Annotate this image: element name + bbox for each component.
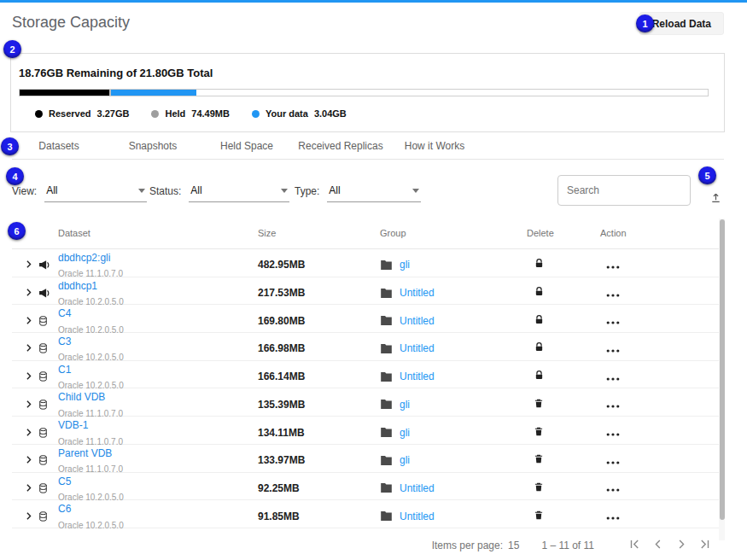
trash-icon	[534, 510, 544, 521]
dataset-name-link[interactable]: C4	[58, 307, 71, 319]
next-page-button[interactable]	[674, 537, 689, 554]
chevron-right-icon	[23, 427, 34, 438]
column-header-group: Group	[380, 228, 527, 238]
expand-row-button[interactable]	[19, 510, 38, 522]
chevron-down-icon	[412, 189, 419, 193]
lock-icon	[534, 341, 545, 353]
chevron-right-icon	[23, 342, 34, 353]
type-filter-label: Type:	[295, 184, 319, 197]
dataset-name-link[interactable]: dbdhcp1	[58, 280, 97, 292]
table-header-row: Dataset Size Group Delete Action	[12, 218, 719, 249]
annotation-badge-6: 6	[8, 222, 26, 240]
group-link[interactable]: gli	[400, 427, 410, 439]
table-row: Parent VDB Oracle 11.1.0.7.0 133.97MB gl…	[12, 445, 719, 473]
dataset-size: 133.97MB	[258, 454, 380, 466]
expand-row-button[interactable]	[19, 399, 38, 411]
locked-delete-button[interactable]	[532, 368, 546, 385]
delete-button[interactable]	[532, 452, 546, 469]
locked-delete-button[interactable]	[532, 284, 546, 301]
export-button[interactable]	[708, 190, 724, 208]
tab-item[interactable]: Held Space	[200, 135, 294, 159]
table-scrollbar	[719, 219, 725, 540]
search-box	[557, 175, 691, 206]
group-link[interactable]: gli	[400, 399, 410, 411]
table-row: VDB-1 Oracle 11.1.0.7.0 134.11MB gli	[12, 417, 719, 445]
dataset-name-link[interactable]: C1	[58, 364, 71, 376]
dataset-size: 92.25MB	[258, 482, 380, 494]
dataset-name-link[interactable]: C5	[58, 475, 71, 487]
dataset-name-link[interactable]: Parent VDB	[58, 447, 112, 459]
search-input[interactable]	[567, 176, 681, 205]
locked-delete-button[interactable]	[532, 312, 546, 330]
scrollbar-thumb[interactable]	[720, 219, 725, 520]
delete-button[interactable]	[532, 396, 546, 413]
expand-row-button[interactable]	[19, 315, 38, 327]
row-actions-button[interactable]	[604, 424, 622, 440]
row-actions-button[interactable]	[604, 480, 622, 496]
group-link[interactable]: gli	[400, 259, 410, 271]
column-header-delete: Delete	[527, 228, 600, 238]
folder-icon	[380, 371, 393, 382]
expand-row-button[interactable]	[19, 342, 38, 354]
folder-icon	[380, 260, 393, 271]
first-page-button[interactable]	[627, 537, 641, 554]
legend-value: 74.49MB	[191, 108, 230, 119]
row-actions-button[interactable]	[604, 285, 622, 301]
group-link[interactable]: Untitled	[400, 370, 435, 382]
dataset-size: 482.95MB	[258, 259, 380, 271]
more-horizontal-icon	[606, 488, 620, 492]
database-icon	[38, 454, 49, 466]
group-link[interactable]: Untitled	[400, 342, 435, 354]
status-select[interactable]: All	[189, 184, 289, 202]
expand-row-button[interactable]	[19, 287, 38, 299]
dataset-name-link[interactable]: dbdhcp2:gli	[58, 252, 110, 264]
row-actions-button[interactable]	[604, 452, 622, 469]
row-actions-button[interactable]	[604, 341, 622, 357]
items-per-page-value[interactable]: 15	[508, 540, 519, 551]
dataset-size: 135.39MB	[258, 399, 380, 411]
status-filter-label: Status:	[149, 184, 181, 197]
dataset-name-link[interactable]: C6	[58, 503, 71, 515]
expand-row-button[interactable]	[19, 370, 38, 382]
delete-button[interactable]	[532, 480, 546, 497]
last-page-button[interactable]	[698, 537, 713, 554]
tab-item[interactable]: Received Replicas	[294, 135, 388, 159]
legend-value: 3.04GB	[314, 108, 347, 119]
expand-row-button[interactable]	[19, 259, 38, 271]
delete-button[interactable]	[532, 424, 546, 441]
group-link[interactable]: Untitled	[400, 315, 435, 327]
expand-row-button[interactable]	[19, 482, 38, 494]
dataset-size: 217.53MB	[258, 287, 380, 299]
locked-delete-button[interactable]	[532, 340, 546, 357]
expand-row-button[interactable]	[19, 427, 38, 439]
row-actions-button[interactable]	[604, 369, 622, 385]
row-actions-button[interactable]	[604, 396, 622, 412]
group-link[interactable]: Untitled	[400, 287, 435, 299]
expand-row-button[interactable]	[19, 454, 38, 466]
your-data-segment	[111, 90, 196, 96]
delete-button[interactable]	[532, 508, 546, 525]
row-actions-button[interactable]	[604, 508, 622, 524]
row-actions-button[interactable]	[604, 257, 622, 273]
capacity-panel: 18.76GB Remaining of 21.80GB Total Reser…	[10, 53, 725, 132]
tab-item[interactable]: Datasets	[12, 135, 106, 159]
dataset-name-link[interactable]: VDB-1	[58, 419, 88, 431]
items-per-page-label: Items per page:	[432, 540, 503, 551]
folder-icon	[380, 455, 393, 466]
locked-delete-button[interactable]	[532, 256, 546, 273]
dataset-name-link[interactable]: C3	[58, 335, 71, 347]
tab-item[interactable]: Snapshots	[106, 135, 200, 159]
dataset-name-link[interactable]: Child VDB	[58, 391, 105, 403]
folder-icon	[380, 482, 393, 493]
group-link[interactable]: Untitled	[400, 510, 435, 522]
group-link[interactable]: Untitled	[400, 482, 435, 494]
pagination-footer: Items per page: 15 1 – 11 of 11	[12, 533, 713, 558]
dataset-size: 91.85MB	[258, 510, 380, 522]
tab-item[interactable]: How it Works	[388, 135, 481, 159]
view-select[interactable]: All	[44, 184, 147, 202]
previous-page-button[interactable]	[651, 537, 665, 554]
row-actions-button[interactable]	[604, 312, 622, 329]
group-link[interactable]: gli	[400, 454, 410, 466]
trash-icon	[534, 398, 544, 409]
type-select[interactable]: All	[327, 184, 421, 202]
